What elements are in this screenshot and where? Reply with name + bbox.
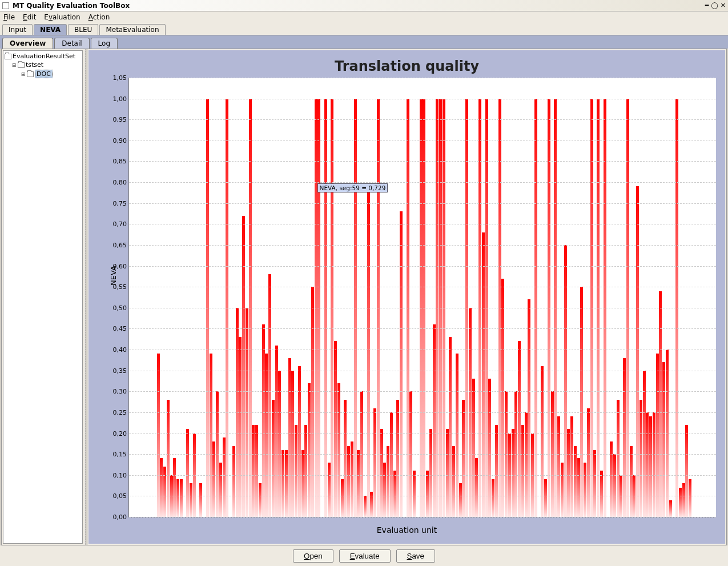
open-button[interactable]: Open [293,549,333,563]
chart-bar[interactable] [190,483,192,517]
chart-bar[interactable] [311,287,314,517]
chart-bar[interactable] [265,354,268,517]
chart-bar[interactable] [656,354,659,517]
chart-bar[interactable] [272,400,275,517]
chart-bar[interactable] [281,450,284,517]
splitter-handle[interactable] [84,49,87,545]
chart-bar[interactable] [278,371,281,517]
chart-bar[interactable] [383,463,386,517]
chart-bar[interactable] [413,471,416,517]
chart-bar[interactable] [239,337,242,517]
chart-bar[interactable] [262,324,265,517]
tab-metaevaluation[interactable]: MetaEvaluation [99,24,165,35]
chart-bar[interactable] [669,500,672,517]
chart-bar[interactable] [157,354,160,517]
chart-bar[interactable] [613,454,616,517]
chart-bar[interactable] [570,416,573,517]
chart-bar[interactable] [396,400,399,517]
chart-bar[interactable] [295,425,297,517]
chart-bar[interactable] [390,412,393,517]
chart-bar[interactable] [160,458,163,517]
chart-bar[interactable] [275,346,278,517]
chart-bar[interactable] [328,463,331,517]
chart-bar[interactable] [685,425,688,517]
chart-bar[interactable] [252,425,255,517]
chart-bar[interactable] [462,400,465,517]
chart-bar[interactable] [639,400,642,517]
chart-bar[interactable] [176,479,179,517]
chart-bar[interactable] [351,441,353,517]
chart-bar[interactable] [301,450,304,517]
chart-bar[interactable] [337,383,340,517]
chart-bar[interactable] [334,341,337,517]
chart-bar[interactable] [587,408,590,517]
maximize-button[interactable]: ◯ [711,2,718,9]
subtab-overview[interactable]: Overview [2,38,53,49]
chart-bar[interactable] [528,299,530,517]
chart-bar[interactable] [636,186,639,517]
menu-evaluation[interactable]: Evaluation [44,13,80,21]
chart-bar[interactable] [544,479,547,517]
chart-bar[interactable] [492,479,494,517]
expand-toggle-icon[interactable]: ⊟ [11,62,17,68]
chart-bar[interactable] [344,400,347,517]
chart-bar[interactable] [373,408,376,517]
chart-bar[interactable] [173,458,176,517]
chart-bar[interactable] [255,425,258,517]
chart-bar[interactable] [364,496,367,517]
chart-bar[interactable] [433,324,436,517]
chart-bar[interactable] [495,425,498,517]
chart-bar[interactable] [219,463,222,517]
chart-bar[interactable] [653,412,655,517]
chart-bar[interactable] [210,354,212,517]
chart-bar[interactable] [223,437,226,517]
chart-bar[interactable] [347,446,350,517]
chart-bar[interactable] [580,287,583,517]
chart-bar[interactable] [459,483,462,517]
chart-bar[interactable] [449,337,452,517]
chart-bar[interactable] [600,471,603,517]
chart-bar[interactable] [426,471,429,517]
chart-bar[interactable] [518,341,521,517]
chart-bar[interactable] [584,463,586,517]
chart-bar[interactable] [521,425,524,517]
chart-bar[interactable] [561,463,564,517]
chart-bar[interactable] [367,186,370,517]
chart-bar[interactable] [291,371,294,517]
minimize-button[interactable]: ━ [705,2,709,9]
chart-bar[interactable] [574,446,577,517]
chart-bar[interactable] [512,429,514,517]
chart-bar[interactable] [630,446,633,517]
chart-bar[interactable] [689,479,691,517]
chart-bar[interactable] [400,211,403,517]
chart-bar[interactable] [393,471,396,517]
chart-bar[interactable] [387,446,389,517]
chart-bar[interactable] [186,429,189,517]
subtab-detail[interactable]: Detail [54,38,89,49]
chart-bar[interactable] [242,216,245,517]
chart-bar[interactable] [682,483,685,517]
tree-child[interactable]: ⊟ tstset [5,61,81,69]
chart-bar[interactable] [259,483,262,517]
chart-bar[interactable] [298,366,301,517]
chart-bar[interactable] [341,479,344,517]
chart-bar[interactable] [643,371,646,517]
chart-bar[interactable] [446,429,449,517]
chart-bar[interactable] [649,416,652,517]
chart-bar[interactable] [285,450,288,517]
chart-bar[interactable] [180,479,183,517]
chart-bar[interactable] [577,458,580,517]
menu-file[interactable]: File [3,13,15,21]
chart-bar[interactable] [199,483,202,517]
chart-bar[interactable] [232,446,235,517]
chart-bar[interactable] [623,358,626,517]
chart-bar[interactable] [268,274,271,517]
tab-bleu[interactable]: BLEU [68,24,98,35]
chart-bar[interactable] [593,450,596,517]
tree-leaf[interactable]: ⊞ DOC [5,69,81,79]
chart-bar[interactable] [380,429,383,517]
chart-bar[interactable] [308,383,311,517]
chart-bar[interactable] [475,458,478,517]
menu-edit[interactable]: Edit [23,13,36,21]
chart-bar[interactable] [617,400,620,517]
